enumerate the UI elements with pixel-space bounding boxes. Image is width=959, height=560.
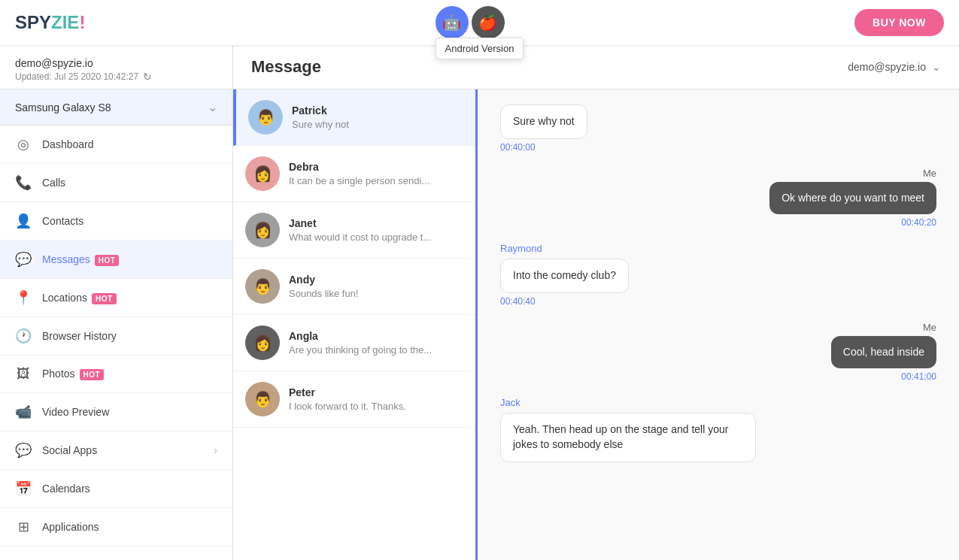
header: SPYZIE! 🤖 🍎 Android Version BUY NOW — [0, 0, 959, 45]
video-preview-label: Video Preview — [42, 406, 109, 418]
message-time: 00:40:00 — [500, 142, 936, 153]
message-time: 00:40:20 — [500, 217, 936, 228]
sidebar-item-applications[interactable]: ⊞Applications — [0, 508, 232, 546]
contact-avatar: 👨 — [245, 269, 280, 304]
contact-list: 👨PatrickSure why not👩DebraIt can be a si… — [233, 89, 478, 560]
message-group: MeCool, head inside00:41:00 — [500, 322, 936, 383]
logo: SPYZIE! — [15, 12, 85, 33]
contact-avatar: 👨 — [245, 382, 280, 416]
messages-label: MessagesHOT — [42, 253, 119, 266]
dashboard-icon: ◎ — [15, 136, 32, 153]
account-email: demo@spyzie.io — [15, 57, 217, 69]
contact-item[interactable]: 👩AnglaAre you thinking of going to the..… — [233, 315, 475, 371]
message-bubble: Sure why not — [500, 104, 587, 139]
main-user-email: demo@spyzie.io — [848, 61, 926, 73]
contact-avatar: 👨 — [248, 100, 283, 135]
message-sender: Me — [500, 322, 936, 333]
device-chevron-icon: ⌄ — [208, 100, 217, 114]
contact-item[interactable]: 👩DebraIt can be a single person sendi... — [233, 146, 475, 202]
contact-item[interactable]: 👩JanetWhat would it cost to upgrade t... — [233, 202, 475, 259]
sidebar-item-locations[interactable]: 📍LocationsHOT — [0, 279, 232, 317]
social-apps-arrow-icon: › — [214, 444, 217, 456]
contact-name: Peter — [289, 386, 463, 398]
refresh-icon[interactable]: ↻ — [143, 71, 152, 83]
contact-preview: Sure why not — [292, 119, 463, 130]
photos-icon: 🖼 — [15, 366, 32, 382]
applications-icon: ⊞ — [15, 519, 32, 535]
contact-item[interactable]: 👨PeterI look forward to it. Thanks. — [233, 371, 475, 428]
sidebar-item-video-preview[interactable]: 📹Video Preview — [0, 393, 232, 431]
message-sender: Jack — [500, 397, 936, 408]
main-content: Message demo@spyzie.io ⌄ 👨PatrickSure wh… — [233, 45, 959, 560]
contact-item[interactable]: 👨PatrickSure why not — [233, 89, 475, 146]
photos-label: PhotosHOT — [42, 368, 104, 380]
main-user-chevron-icon: ⌄ — [932, 61, 941, 73]
os-toggle: 🤖 🍎 — [435, 6, 505, 39]
sidebar-item-messages[interactable]: 💬MessagesHOT — [0, 241, 232, 279]
contact-name: Debra — [289, 161, 463, 173]
sidebar-item-browser-history[interactable]: 🕐Browser History — [0, 317, 232, 356]
device-selector[interactable]: Samsung Galaxy S8 ⌄ — [0, 89, 232, 126]
locations-label: LocationsHOT — [42, 292, 117, 304]
message-time: 00:41:00 — [500, 371, 936, 382]
calls-label: Calls — [42, 177, 65, 189]
dashboard-label: Dashboard — [42, 138, 94, 150]
logo-exclaim: ! — [79, 12, 85, 32]
message-bubble: Into the comedy club? — [500, 259, 629, 293]
message-time: 00:40:40 — [500, 296, 936, 307]
contact-name: Patrick — [292, 104, 463, 117]
contact-name: Janet — [289, 217, 463, 229]
contact-preview: Are you thinking of going to the... — [289, 344, 463, 356]
logo-zie: ZIE — [51, 12, 79, 32]
message-area: 👨PatrickSure why not👩DebraIt can be a si… — [233, 89, 959, 560]
sidebar-item-dashboard[interactable]: ◎Dashboard — [0, 126, 232, 164]
sidebar: demo@spyzie.io Updated: Jul 25 2020 10:4… — [0, 45, 233, 560]
message-sender: Me — [500, 168, 936, 179]
buy-button[interactable]: BUY NOW — [854, 9, 944, 36]
contact-preview: It can be a single person sendi... — [289, 175, 463, 186]
sidebar-item-photos[interactable]: 🖼PhotosHOT — [0, 356, 232, 393]
browser-history-icon: 🕐 — [15, 328, 32, 344]
logo-spy: SPY — [15, 12, 51, 32]
video-preview-icon: 📹 — [15, 404, 32, 420]
contact-preview: What would it cost to upgrade t... — [289, 232, 463, 243]
message-bubble: Cool, head inside — [831, 336, 936, 369]
calendars-label: Calendars — [42, 483, 90, 495]
device-name: Samsung Galaxy S8 — [15, 101, 111, 114]
contact-avatar: 👩 — [245, 325, 280, 360]
contact-preview: I look forward to it. Thanks. — [289, 401, 463, 412]
chat-area: Sure why not00:40:00MeOk where do you wa… — [478, 89, 959, 560]
sidebar-item-calls[interactable]: 📞Calls — [0, 164, 232, 202]
browser-history-label: Browser History — [42, 330, 117, 342]
contacts-label: Contacts — [42, 215, 83, 227]
calendars-icon: 📅 — [15, 480, 32, 497]
photos-badge: HOT — [80, 369, 105, 380]
locations-icon: 📍 — [15, 289, 32, 306]
social-apps-label: Social Apps — [42, 444, 97, 456]
contact-name: Angla — [289, 330, 463, 342]
sidebar-item-calendars[interactable]: 📅Calendars — [0, 470, 232, 508]
contact-preview: Sounds like fun! — [289, 288, 463, 299]
calls-icon: 📞 — [15, 174, 32, 191]
locations-badge: HOT — [92, 293, 117, 304]
contacts-icon: 👤 — [15, 213, 32, 229]
android-button[interactable]: 🤖 — [435, 6, 469, 39]
messages-badge: HOT — [95, 255, 120, 266]
message-bubble: Yeah. Then head up on the stage and tell… — [500, 413, 756, 462]
sidebar-item-social-apps[interactable]: 💬Social Apps› — [0, 431, 232, 470]
contact-avatar: 👩 — [245, 156, 280, 191]
contact-item[interactable]: 👨AndySounds like fun! — [233, 259, 475, 315]
layout: demo@spyzie.io Updated: Jul 25 2020 10:4… — [0, 0, 959, 560]
contact-name: Andy — [289, 274, 463, 286]
main-user[interactable]: demo@spyzie.io ⌄ — [848, 61, 941, 73]
apple-button[interactable]: 🍎 — [472, 6, 505, 39]
sidebar-item-contacts[interactable]: 👤Contacts — [0, 202, 232, 241]
account-updated: Updated: Jul 25 2020 10:42:27 ↻ — [15, 71, 217, 83]
nav-menu: ◎Dashboard📞Calls👤Contacts💬MessagesHOT📍Lo… — [0, 126, 232, 546]
contact-avatar: 👩 — [245, 213, 280, 247]
message-group: RaymondInto the comedy club?00:40:40 — [500, 243, 936, 307]
applications-label: Applications — [42, 521, 99, 533]
os-toggle-container: 🤖 🍎 Android Version — [435, 6, 505, 39]
social-apps-icon: 💬 — [15, 442, 32, 459]
page-title: Message — [251, 57, 321, 77]
